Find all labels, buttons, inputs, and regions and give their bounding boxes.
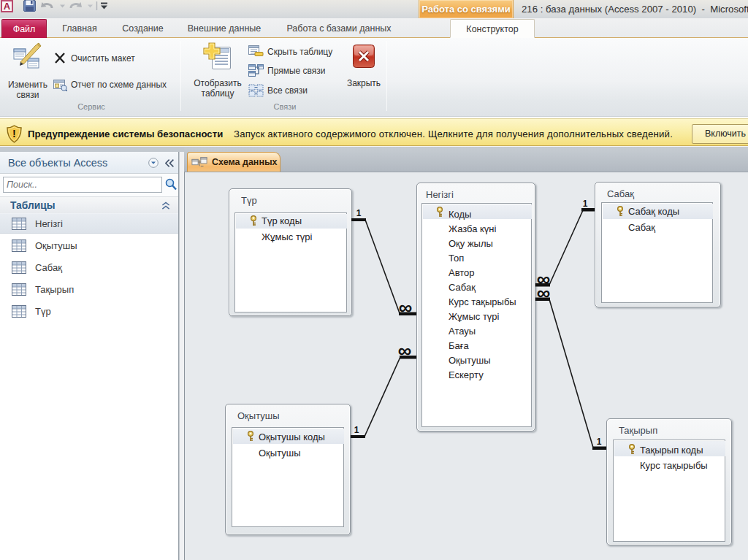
svg-text:!: ! (12, 128, 16, 139)
